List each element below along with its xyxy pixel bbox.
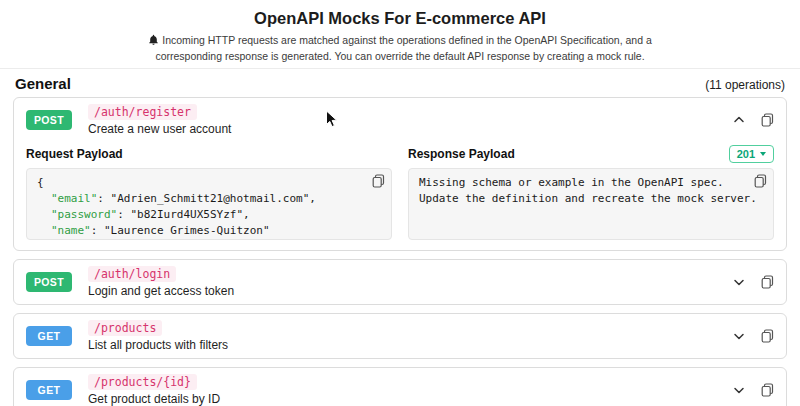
json-key: "name" xyxy=(51,224,91,237)
operation-header[interactable]: GET /products List all products with fil… xyxy=(14,314,786,358)
code-line: } xyxy=(37,239,381,240)
json-comma: , xyxy=(243,208,250,221)
operation-path: /products xyxy=(88,320,162,336)
status-code: 201 xyxy=(737,148,755,160)
code-line: { xyxy=(37,175,381,191)
code-line: "password": "b82Iurd4UX5SYzf", xyxy=(37,207,381,223)
operation-info: /auth/register Create a new user account xyxy=(88,104,231,136)
json-value: "Laurence Grimes-Quitzon" xyxy=(104,224,270,237)
code-line: "email": "Adrien_Schmitt21@hotmail.com", xyxy=(37,191,381,207)
json-value: "Adrien_Schmitt21@hotmail.com" xyxy=(111,192,310,205)
operation-path: /auth/register xyxy=(88,104,197,120)
json-sep: : xyxy=(97,192,110,205)
method-badge: GET xyxy=(26,326,72,346)
copy-request-icon[interactable] xyxy=(372,174,385,188)
method-badge: POST xyxy=(26,272,72,292)
chevron-down-icon[interactable] xyxy=(732,275,746,289)
json-sep: : xyxy=(91,224,104,237)
copy-operation-icon[interactable] xyxy=(761,113,774,127)
page-title: OpenAPI Mocks For E-commerce API xyxy=(0,8,800,28)
operation-path: /auth/login xyxy=(88,266,176,282)
header-actions xyxy=(732,383,774,397)
code-line: "name": "Laurence Grimes-Quitzon" xyxy=(37,223,381,239)
bell-icon xyxy=(148,34,159,49)
operation-description: Get product details by ID xyxy=(88,392,220,406)
operations-list: POST /auth/register Create a new user ac… xyxy=(0,97,800,406)
copy-operation-icon[interactable] xyxy=(761,275,774,289)
operation-info: /products/{id} Get product details by ID xyxy=(88,374,220,406)
request-payload-section: Request Payload { "email": "Adrien_Schmi… xyxy=(26,144,392,240)
operation-description: Create a new user account xyxy=(88,122,231,136)
info-line-2: corresponding response is generated. You… xyxy=(155,50,644,62)
operations-count: (11 operations) xyxy=(705,78,785,92)
response-payload-section: Response Payload 201 Missing schema or e… xyxy=(408,144,774,240)
copy-operation-icon[interactable] xyxy=(761,383,774,397)
json-key: "password" xyxy=(51,208,117,221)
operation-info: /auth/login Login and get access token xyxy=(88,266,234,298)
operation-details: Request Payload { "email": "Adrien_Schmi… xyxy=(14,142,786,250)
section-title: General xyxy=(15,75,71,92)
operation-header[interactable]: GET /products/{id} Get product details b… xyxy=(14,368,786,406)
request-payload-title: Request Payload xyxy=(26,147,123,161)
request-payload-head: Request Payload xyxy=(26,144,392,164)
header: OpenAPI Mocks For E-commerce API Incomin… xyxy=(0,0,800,69)
json-sep: : xyxy=(117,208,130,221)
page: OpenAPI Mocks For E-commerce API Incomin… xyxy=(0,0,800,406)
response-code-block: Missing schema or example in the OpenAPI… xyxy=(408,168,774,240)
operation-description: Login and get access token xyxy=(88,284,234,298)
section-bar: General (11 operations) xyxy=(0,69,800,97)
operation-header[interactable]: POST /auth/login Login and get access to… xyxy=(14,260,786,304)
operation-info: /products List all products with filters xyxy=(88,320,228,352)
operation-header[interactable]: POST /auth/register Create a new user ac… xyxy=(14,98,786,142)
header-actions xyxy=(732,275,774,289)
operation-path: /products/{id} xyxy=(88,374,197,390)
code-line: Missing schema or example in the OpenAPI… xyxy=(419,175,763,191)
operation-description: List all products with filters xyxy=(88,338,228,352)
response-payload-title: Response Payload xyxy=(408,147,515,161)
dropdown-caret-icon xyxy=(760,152,766,156)
info-note: Incoming HTTP requests are matched again… xyxy=(0,33,800,63)
request-code-block: { "email": "Adrien_Schmitt21@hotmail.com… xyxy=(26,168,392,240)
chevron-down-icon[interactable] xyxy=(732,383,746,397)
copy-operation-icon[interactable] xyxy=(761,329,774,343)
response-payload-head: Response Payload 201 xyxy=(408,144,774,164)
copy-response-icon[interactable] xyxy=(754,174,767,188)
info-line-1: Incoming HTTP requests are matched again… xyxy=(162,34,652,46)
operation-card-products: GET /products List all products with fil… xyxy=(13,313,787,359)
json-value: "b82Iurd4UX5SYzf" xyxy=(130,208,243,221)
operation-card-products-id: GET /products/{id} Get product details b… xyxy=(13,367,787,406)
chevron-up-icon[interactable] xyxy=(732,113,746,127)
response-status-select[interactable]: 201 xyxy=(729,145,774,163)
operation-card-auth-login: POST /auth/login Login and get access to… xyxy=(13,259,787,305)
chevron-down-icon[interactable] xyxy=(732,329,746,343)
json-key: "email" xyxy=(51,192,97,205)
json-comma: , xyxy=(309,192,316,205)
header-actions xyxy=(732,329,774,343)
method-badge: GET xyxy=(26,380,72,400)
header-actions xyxy=(732,113,774,127)
operation-card-auth-register: POST /auth/register Create a new user ac… xyxy=(13,97,787,251)
code-line: Update the definition and recreate the m… xyxy=(419,191,763,207)
method-badge: POST xyxy=(26,110,72,130)
